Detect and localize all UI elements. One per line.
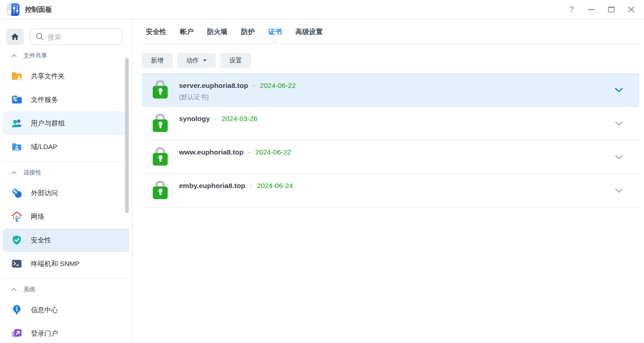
main-panel: 安全性 帐户 防火墙 防护 证书 高级设置 新增 动作 (132, 19, 644, 343)
toolbar: 新增 动作 设置 (142, 53, 644, 68)
search-box[interactable] (30, 29, 123, 45)
sidebar-item-shared-folder[interactable]: 共享文件夹 (3, 64, 129, 88)
login-portal-icon (11, 328, 23, 339)
sidebar-item-security[interactable]: 安全性 (3, 228, 129, 252)
tab-label: 防火墙 (207, 28, 228, 36)
expand-chevron-icon[interactable] (615, 188, 623, 193)
sidebar-item-label: 安全性 (31, 236, 51, 245)
titlebar: 控制面板 ? (0, 0, 644, 19)
certificate-row[interactable]: www.euphoria8.top - 2024-06-22 (142, 140, 639, 174)
default-certificate-note: (默认证书) (179, 92, 639, 102)
chevron-up-icon (11, 171, 17, 174)
certificate-expiry-date: 2024-03-26 (222, 115, 257, 122)
divider (4, 278, 128, 279)
sidebar-item-domain-ldap[interactable]: 域/LDAP (3, 135, 129, 159)
control-panel-app-icon (6, 3, 20, 16)
add-button[interactable]: 新增 (142, 53, 173, 68)
sidebar-scrollbar[interactable] (125, 58, 129, 213)
sidebar-item-label: 信息中心 (31, 306, 58, 314)
close-icon[interactable] (627, 5, 636, 14)
minimize-icon[interactable] (587, 5, 596, 14)
certificate-lock-icon (153, 180, 168, 201)
certificate-expiry-date: 2024-06-22 (255, 148, 291, 156)
external-access-icon (11, 187, 23, 199)
shared-folder-icon (11, 70, 23, 82)
section-title: 系统 (24, 285, 35, 294)
sidebar-item-label: 网络 (31, 213, 44, 221)
tab-certificate[interactable]: 证书 (268, 19, 282, 44)
terminal-icon (11, 258, 23, 270)
tab-label: 帐户 (180, 28, 194, 36)
home-button[interactable] (6, 29, 24, 45)
sidebar: 文件共享 共享文件夹 (0, 19, 132, 343)
home-icon (10, 32, 19, 41)
chevron-up-icon (11, 54, 17, 58)
tab-label: 证书 (268, 28, 282, 36)
expand-chevron-icon[interactable] (615, 121, 623, 126)
tab-label: 防护 (241, 28, 255, 36)
certificate-row[interactable]: emby.euphoria8.top - 2024-06-24 (142, 174, 639, 208)
separator: - (253, 82, 255, 89)
help-icon[interactable]: ? (567, 5, 576, 14)
domain-ldap-icon (11, 141, 23, 153)
sidebar-item-label: 登录门户 (31, 329, 58, 338)
sidebar-item-network[interactable]: 网络 (3, 205, 129, 228)
sidebar-item-label: 文件服务 (31, 96, 58, 104)
sidebar-section-file-sharing[interactable]: 文件共享 (0, 52, 132, 60)
tab-advanced-settings[interactable]: 高级设置 (295, 19, 323, 44)
tab-protection[interactable]: 防护 (241, 19, 255, 44)
sidebar-section-connectivity[interactable]: 连接性 (0, 169, 132, 177)
sidebar-item-external-access[interactable]: 外部访问 (3, 181, 129, 205)
sidebar-section-system[interactable]: 系统 (0, 285, 132, 294)
sidebar-item-label: 共享文件夹 (31, 72, 65, 81)
certificate-name: server.euphoria8.top (179, 82, 248, 89)
add-button-label: 新增 (151, 57, 164, 65)
certificate-lock-icon (153, 113, 168, 134)
certificate-row[interactable]: server.euphoria8.top - 2024-06-22 (默认证书) (142, 73, 639, 107)
sidebar-item-info-center[interactable]: 信息中心 (3, 298, 129, 322)
sidebar-item-login-portal[interactable]: 登录门户 (3, 322, 129, 343)
separator: - (248, 148, 251, 156)
sidebar-item-label: 终端机和 SNMP (31, 260, 80, 268)
expand-chevron-icon[interactable] (615, 88, 623, 92)
sidebar-item-label: 外部访问 (31, 189, 58, 198)
certificate-name: synology (179, 115, 210, 122)
action-dropdown-button[interactable]: 动作 (177, 53, 216, 68)
sidebar-item-file-services[interactable]: 文件服务 (3, 88, 129, 111)
window-title: 控制面板 (25, 5, 52, 14)
sidebar-item-label: 用户与群组 (31, 119, 65, 128)
certificate-lock-icon (153, 147, 168, 167)
separator: - (250, 182, 252, 189)
tab-account[interactable]: 帐户 (180, 19, 194, 44)
search-input[interactable] (48, 33, 118, 41)
certificate-list: server.euphoria8.top - 2024-06-22 (默认证书) (142, 73, 639, 208)
sidebar-item-users-groups[interactable]: 用户与群组 (3, 111, 129, 135)
chevron-up-icon (11, 288, 17, 291)
certificate-row[interactable]: synology - 2024-03-26 (142, 107, 639, 140)
certificate-name: www.euphoria8.top (179, 148, 243, 156)
users-groups-icon (11, 117, 23, 129)
expand-chevron-icon[interactable] (615, 155, 623, 159)
settings-button[interactable]: 设置 (220, 53, 251, 68)
certificate-expiry-date: 2024-06-22 (260, 82, 295, 89)
divider (4, 161, 128, 162)
info-center-icon (11, 304, 23, 316)
section-title: 文件共享 (24, 52, 47, 60)
maximize-icon[interactable] (607, 5, 616, 14)
tab-bar: 安全性 帐户 防火墙 防护 证书 高级设置 (142, 19, 639, 44)
tab-label: 高级设置 (295, 28, 323, 36)
sidebar-item-terminal-snmp[interactable]: 终端机和 SNMP (3, 252, 129, 275)
tab-label: 安全性 (146, 28, 166, 36)
file-services-icon (11, 94, 23, 106)
dropdown-caret-icon (203, 59, 207, 62)
security-shield-icon (11, 234, 23, 246)
search-icon (35, 32, 44, 41)
certificate-lock-icon (153, 80, 168, 101)
settings-button-label: 设置 (229, 57, 242, 65)
certificate-name: emby.euphoria8.top (179, 182, 245, 189)
section-title: 连接性 (24, 169, 41, 177)
separator: - (214, 115, 217, 122)
tab-security[interactable]: 安全性 (146, 19, 166, 44)
certificate-expiry-date: 2024-06-24 (257, 182, 293, 189)
tab-firewall[interactable]: 防火墙 (207, 19, 228, 44)
